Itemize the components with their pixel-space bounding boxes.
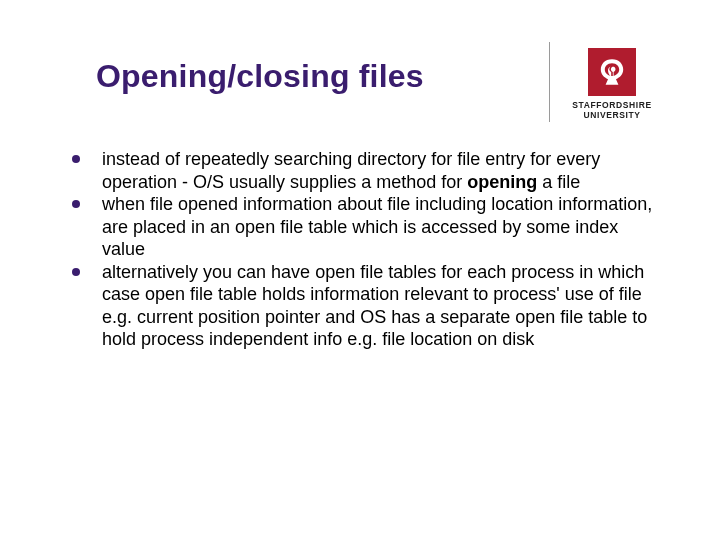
university-logo: STAFFORDSHIREUNIVERSITY	[562, 48, 662, 120]
logo-text: STAFFORDSHIREUNIVERSITY	[572, 100, 651, 120]
bullet-list: instead of repeatedly searching director…	[72, 148, 658, 351]
list-item: when file opened information about file …	[72, 193, 658, 261]
slide-title: Opening/closing files	[96, 58, 424, 95]
list-item: alternatively you can have open file tab…	[72, 261, 658, 351]
title-divider	[549, 42, 550, 122]
logo-badge	[588, 48, 636, 96]
list-item: instead of repeatedly searching director…	[72, 148, 658, 193]
slide-body: instead of repeatedly searching director…	[72, 148, 658, 351]
stafford-knot-icon	[596, 56, 628, 88]
